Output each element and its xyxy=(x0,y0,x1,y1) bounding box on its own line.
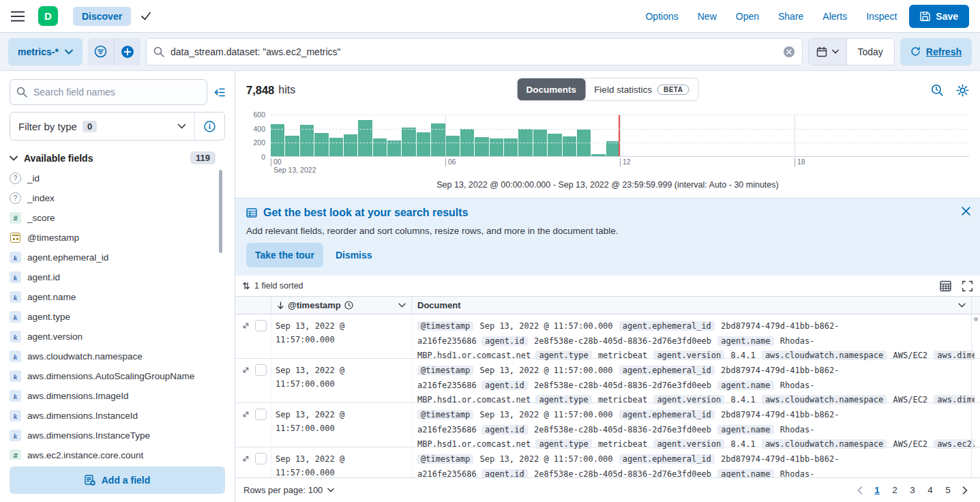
chevron-down-icon[interactable] xyxy=(958,303,966,308)
fullscreen-icon[interactable] xyxy=(962,280,973,292)
field-item-agent-name[interactable]: kagent.name xyxy=(10,287,214,307)
field-sorted-button[interactable]: 1 field sorted xyxy=(242,281,303,291)
histogram-bar[interactable] xyxy=(417,132,430,156)
document-column-header[interactable]: Document xyxy=(412,297,971,314)
histogram-bar[interactable] xyxy=(606,141,620,156)
take-the-tour-button[interactable]: Take the tour xyxy=(246,243,323,267)
field-item-aws-dimensions-instancetype[interactable]: kaws.dimensions.InstanceType xyxy=(10,426,214,445)
page-2[interactable]: 2 xyxy=(886,482,904,499)
close-icon[interactable] xyxy=(962,207,970,216)
keyword-field-icon: k xyxy=(10,370,21,382)
save-button[interactable]: Save xyxy=(909,5,969,28)
histogram-bar[interactable] xyxy=(373,138,387,156)
deployment-logo[interactable]: D xyxy=(38,6,58,26)
sort-desc-icon xyxy=(277,301,284,310)
discover-main: 7,848 hits DocumentsField statisticsBETA… xyxy=(235,71,980,502)
row-checkbox[interactable] xyxy=(255,453,267,464)
field-item--timestamp[interactable]: @timestamp xyxy=(10,228,214,248)
histogram-bar[interactable] xyxy=(490,138,503,156)
table-row[interactable]: Sep 13, 2022 @ 11:57:00.000@timestamp Se… xyxy=(235,403,980,447)
nav-alerts[interactable]: Alerts xyxy=(822,11,847,22)
query-input[interactable] xyxy=(170,46,777,57)
field-item-agent-type[interactable]: kagent.type xyxy=(10,307,214,327)
page-5[interactable]: 5 xyxy=(939,482,957,499)
nav-options[interactable]: Options xyxy=(645,11,678,22)
field-item-aws-dimensions-imageid[interactable]: kaws.dimensions.ImageId xyxy=(10,386,214,406)
histogram-bar[interactable] xyxy=(504,138,518,156)
collapse-sidebar-icon[interactable] xyxy=(213,87,225,98)
calendar-dropdown[interactable] xyxy=(809,39,847,65)
field-item-aws-ec2-instance-core-count[interactable]: #aws.ec2.instance.core.count xyxy=(10,445,214,460)
nav-share[interactable]: Share xyxy=(778,11,803,22)
field-name: agent.id xyxy=(27,271,60,284)
histogram-bar[interactable] xyxy=(358,120,372,156)
expand-row-icon[interactable] xyxy=(241,410,250,419)
field-item-aws-dimensions-instanceid[interactable]: kaws.dimensions.InstanceId xyxy=(10,406,214,426)
histogram-bar[interactable] xyxy=(591,154,605,156)
histogram-bar[interactable] xyxy=(446,136,460,157)
field-item--id[interactable]: ?_id xyxy=(10,168,214,188)
histogram-bar[interactable] xyxy=(548,134,561,156)
next-page-icon[interactable] xyxy=(958,486,972,494)
table-row[interactable]: Sep 13, 2022 @ 11:57:00.000@timestamp Se… xyxy=(235,447,980,477)
clock-icon xyxy=(344,301,353,310)
page-4[interactable]: 4 xyxy=(921,482,939,499)
histogram-bar[interactable] xyxy=(300,125,314,156)
histogram-bar[interactable] xyxy=(314,133,328,156)
data-view-picker[interactable]: metrics-* xyxy=(8,38,83,65)
chevron-down-icon[interactable] xyxy=(398,303,406,308)
table-row[interactable]: Sep 13, 2022 @ 11:57:00.000@timestamp Se… xyxy=(235,314,980,359)
field-item-agent-ephemeral-id[interactable]: kagent.ephemeral_id xyxy=(10,248,214,267)
dismiss-button[interactable]: Dismiss xyxy=(336,250,372,261)
gear-icon[interactable] xyxy=(956,84,969,97)
filter-by-type-dropdown[interactable]: Filter by type 0 xyxy=(10,113,194,140)
clear-query-icon[interactable] xyxy=(783,46,795,58)
sidebar-scrollbar[interactable] xyxy=(219,170,222,253)
search-sessions-icon[interactable] xyxy=(931,84,944,97)
row-checkbox[interactable] xyxy=(255,320,267,331)
rows-per-page-dropdown[interactable]: Rows per page: 100 xyxy=(243,485,334,495)
field-item--index[interactable]: ?_index xyxy=(10,188,214,208)
tab-documents[interactable]: Documents xyxy=(518,78,586,100)
page-3[interactable]: 3 xyxy=(904,482,921,499)
nav-inspect[interactable]: Inspect xyxy=(866,11,897,22)
date-picker: Today xyxy=(808,38,895,65)
histogram-bar[interactable] xyxy=(285,136,299,157)
expand-row-icon[interactable] xyxy=(241,321,250,330)
expand-row-icon[interactable] xyxy=(241,366,250,374)
field-item-agent-id[interactable]: kagent.id xyxy=(10,267,214,287)
menu-icon[interactable] xyxy=(11,11,25,22)
keyword-field-icon: k xyxy=(10,252,21,263)
add-filter-icon[interactable] xyxy=(115,38,140,65)
row-checkbox[interactable] xyxy=(255,409,267,420)
nav-new[interactable]: New xyxy=(698,11,717,22)
histogram-bar[interactable] xyxy=(329,138,343,156)
field-item-agent-version[interactable]: kagent.version xyxy=(10,327,214,346)
field-item-aws-cloudwatch-namespace[interactable]: kaws.cloudwatch.namespace xyxy=(10,346,214,366)
display-options-icon[interactable] xyxy=(940,280,951,292)
timestamp-column-header[interactable]: @timestamp xyxy=(271,297,412,314)
field-item--score[interactable]: #_score xyxy=(10,208,214,228)
histogram-bar[interactable] xyxy=(402,128,415,156)
keyword-field-icon: k xyxy=(10,351,21,362)
previous-page-icon[interactable] xyxy=(853,486,867,494)
nav-open[interactable]: Open xyxy=(736,11,759,22)
field-item-aws-dimensions-autoscalinggroupname[interactable]: kaws.dimensions.AutoScalingGroupName xyxy=(10,366,214,386)
row-checkbox[interactable] xyxy=(255,364,267,376)
breadcrumb[interactable]: Discover xyxy=(73,7,131,26)
histogram-bar[interactable] xyxy=(344,134,357,156)
tab-field-statistics[interactable]: Field statisticsBETA xyxy=(585,78,698,100)
available-fields-header[interactable]: Available fields 119 xyxy=(10,151,225,164)
refresh-button[interactable]: Refresh xyxy=(900,38,972,65)
histogram-bar[interactable] xyxy=(475,137,488,156)
page-1[interactable]: 1 xyxy=(868,482,886,499)
expand-row-icon[interactable] xyxy=(241,454,250,463)
info-icon[interactable] xyxy=(194,113,224,140)
field-search-input[interactable] xyxy=(10,79,207,105)
filter-icon[interactable] xyxy=(88,38,114,65)
histogram-bar[interactable] xyxy=(563,136,576,156)
table-scrollbar[interactable] xyxy=(971,314,980,477)
date-range-today[interactable]: Today xyxy=(847,39,894,65)
table-row[interactable]: Sep 13, 2022 @ 11:57:00.000@timestamp Se… xyxy=(235,359,980,403)
add-field-button[interactable]: Add a field xyxy=(10,467,225,494)
